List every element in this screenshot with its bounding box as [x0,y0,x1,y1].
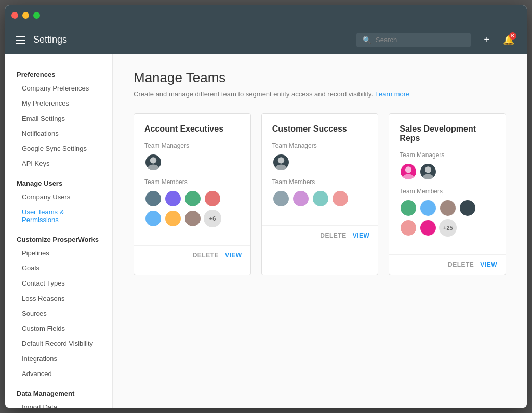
sidebar-item-default-record-visibility[interactable]: Default Record Visibility [5,336,112,351]
close-btn[interactable] [11,12,18,19]
sidebar-item-user-teams[interactable]: User Teams & Permissions [5,204,112,227]
team-name: Sales Development Reps [400,124,495,143]
sidebar-item-sources[interactable]: Sources [5,306,112,321]
team-members-avatars: +6 [144,190,240,227]
delete-team-button[interactable]: DELETE [193,252,219,259]
team-members-label: Team Members [400,188,495,195]
avatar [400,219,417,237]
sidebar-item-my-preferences[interactable]: My Preferences [5,96,112,111]
team-managers-avatars [400,163,495,180]
avatar-overflow: +25 [439,219,457,237]
avatar [144,153,162,171]
team-members-avatars: +25 [400,199,495,237]
svg-point-5 [403,174,414,180]
svg-point-3 [275,164,286,171]
search-input[interactable] [376,36,464,44]
sidebar-item-import-data[interactable]: Import Data [5,399,112,408]
team-managers-avatars [144,153,240,171]
avatar [164,210,182,227]
team-members-label: Team Members [144,178,240,186]
view-team-button[interactable]: VIEW [225,252,242,259]
svg-point-0 [150,157,156,163]
main-content: Manage Teams Create and manage different… [113,54,527,408]
sidebar-section-data-management: Data Management [5,384,112,399]
sidebar-item-advanced[interactable]: Advanced [5,366,112,381]
delete-team-button[interactable]: DELETE [448,261,474,268]
team-card-footer: DELETE VIEW [389,254,506,275]
view-team-button[interactable]: VIEW [353,232,370,239]
avatar-overflow: +6 [204,210,221,227]
avatar [184,210,202,227]
sidebar-item-pipelines[interactable]: Pipelines [5,246,112,261]
team-managers-label: Team Managers [144,142,240,149]
sidebar-item-email-settings[interactable]: Email Settings [5,111,112,126]
svg-point-4 [405,166,411,173]
topbar-actions: + 🔔 K [479,32,516,48]
svg-point-1 [148,164,158,171]
svg-point-6 [425,166,431,173]
sidebar-item-google-sync[interactable]: Google Sync Settings [5,141,112,156]
search-icon: 🔍 [363,36,371,44]
teams-grid: Account Executives Team Managers Team Me… [134,113,506,275]
team-card-account-executives: Account Executives Team Managers Team Me… [134,113,251,275]
notification-badge: K [509,32,516,40]
avatar [144,190,162,208]
avatar [272,190,290,208]
sidebar: Preferences Company Preferences My Prefe… [5,54,113,408]
svg-point-2 [277,157,284,163]
sidebar-item-api-keys[interactable]: API Keys [5,156,112,171]
learn-more-link[interactable]: Learn more [375,90,409,98]
avatar [419,199,437,217]
topbar: Settings 🔍 + 🔔 K [5,25,527,54]
team-name: Customer Success [272,124,368,134]
team-members-avatars [272,190,368,208]
avatar [272,153,290,171]
menu-button[interactable] [16,36,25,44]
avatar [419,219,437,237]
avatar [331,190,349,208]
sidebar-section-preferences: Preferences [5,66,112,81]
sidebar-item-goals[interactable]: Goals [5,261,112,276]
sidebar-item-notifications[interactable]: Notifications [5,126,112,141]
team-managers-label: Team Managers [272,142,368,149]
avatar [204,190,221,208]
maximize-btn[interactable] [33,12,40,19]
sidebar-item-integrations[interactable]: Integrations [5,351,112,366]
sidebar-item-loss-reasons[interactable]: Loss Reasons [5,291,112,306]
team-card-footer: DELETE VIEW [134,245,250,265]
sidebar-item-company-preferences[interactable]: Company Preferences [5,81,112,96]
add-button[interactable]: + [479,32,495,48]
search-bar[interactable]: 🔍 [356,33,471,47]
avatar [312,190,329,208]
page-subtitle: Create and manage different team to segm… [134,90,506,98]
avatar [439,199,457,217]
team-members-label: Team Members [272,178,368,186]
titlebar [5,5,527,25]
avatar [184,190,202,208]
minimize-btn[interactable] [22,12,29,19]
app-title: Settings [33,34,348,45]
svg-point-7 [423,174,434,180]
team-card-footer: DELETE VIEW [262,225,378,246]
page-title: Manage Teams [134,70,506,86]
team-name: Account Executives [144,124,240,134]
team-card-customer-success: Customer Success Team Managers Team Memb… [261,113,379,275]
avatar [400,199,417,217]
sidebar-section-manage-users: Manage Users [5,174,112,189]
app-window: Settings 🔍 + 🔔 K Preferences Company Pre… [5,5,527,408]
avatar [144,210,162,227]
avatar [164,190,182,208]
team-managers-avatars [272,153,368,171]
delete-team-button[interactable]: DELETE [320,232,346,239]
notification-button[interactable]: 🔔 K [501,32,516,48]
team-card-sales-development-reps: Sales Development Reps Team Managers [389,113,506,275]
view-team-button[interactable]: VIEW [480,261,497,268]
sidebar-item-custom-fields[interactable]: Custom Fields [5,321,112,336]
avatar [419,163,437,180]
team-managers-label: Team Managers [400,151,495,159]
avatar [459,199,476,217]
sidebar-item-contact-types[interactable]: Contact Types [5,276,112,291]
avatar [400,163,417,180]
app-body: Preferences Company Preferences My Prefe… [5,54,527,408]
sidebar-item-company-users[interactable]: Company Users [5,189,112,204]
